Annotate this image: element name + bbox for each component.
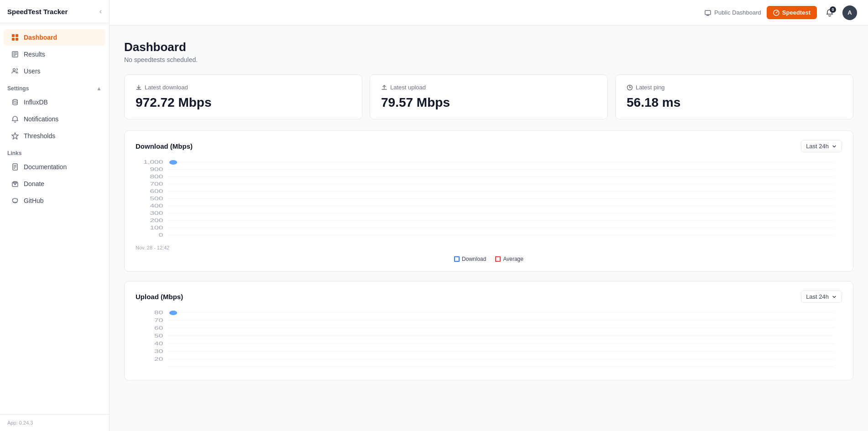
upload-chart-svg: 80 70 60 50 40 30 20 [136,310,842,369]
download-icon [136,84,142,91]
stats-grid: Latest download 972.72 Mbps Latest uploa… [124,74,853,119]
users-icon [11,67,19,75]
svg-rect-1 [16,34,18,37]
results-label: Results [24,51,45,58]
influxdb-label: InfluxDB [24,99,48,106]
settings-section-header: Settings ▲ [0,80,109,93]
sidebar-item-dashboard[interactable]: Dashboard [4,29,105,46]
upload-chart-card: Upload (Mbps) Last 24h [124,281,853,380]
svg-text:700: 700 [150,182,163,187]
svg-rect-3 [16,38,18,41]
github-label: GitHub [24,197,44,204]
svg-text:100: 100 [150,225,163,230]
documentation-icon [11,163,19,171]
page-subtitle: No speedtests scheduled. [124,56,853,63]
sidebar-item-influxdb[interactable]: InfluxDB [4,94,105,110]
svg-point-9 [13,99,17,101]
github-icon [11,197,19,205]
sidebar-nav: Dashboard Results [0,23,109,414]
upload-stat-card: Latest upload 79.57 Mbps [370,74,608,119]
svg-text:60: 60 [154,326,163,331]
app-logo: SpeedTest Tracker [7,8,68,16]
notifications-bell[interactable]: 0 [822,5,837,20]
upload-period-selector[interactable]: Last 24h [801,291,842,303]
upload-chevron-down-icon [831,294,837,300]
speedtest-icon [773,10,779,16]
sidebar-item-donate[interactable]: Donate [4,176,105,192]
sidebar-item-thresholds[interactable]: Thresholds [4,128,105,144]
page-title: Dashboard [124,40,853,54]
legend-download: Download [454,256,486,262]
svg-text:30: 30 [154,349,163,354]
download-stat-card: Latest download 972.72 Mbps [124,74,362,119]
sidebar-header: SpeedTest Tracker ‹ [0,0,109,23]
svg-rect-0 [12,34,15,37]
upload-stat-label: Latest upload [381,84,596,91]
download-chart-area: 1,000 900 800 700 600 500 400 300 200 10… [136,160,842,262]
speedtest-button[interactable]: Speedtest [767,6,817,19]
user-avatar[interactable]: A [842,5,857,20]
svg-text:50: 50 [154,333,163,338]
download-chart-timestamp: Nov. 28 - 12:42 [136,245,842,250]
notification-badge: 0 [830,6,836,13]
legend-average-box [495,256,501,262]
download-chart-card: Download (Mbps) Last 24h [124,130,853,272]
sidebar: SpeedTest Tracker ‹ Dashboard [0,0,110,431]
public-dashboard-icon [704,9,711,16]
download-stat-value: 972.72 Mbps [136,95,351,110]
thresholds-icon [11,132,19,140]
donate-icon [11,180,19,188]
sidebar-item-results[interactable]: Results [4,46,105,62]
svg-text:80: 80 [154,310,163,315]
sidebar-item-documentation[interactable]: Documentation [4,159,105,175]
dashboard-icon [11,33,19,42]
ping-icon [627,84,633,91]
legend-download-box [454,256,460,262]
upload-chart-title: Upload (Mbps) [136,293,183,301]
svg-point-22 [776,12,777,13]
results-icon [11,50,19,58]
topbar: Public Dashboard Speedtest 0 A [110,0,868,26]
thresholds-label: Thresholds [24,132,55,140]
svg-text:200: 200 [150,218,163,223]
download-chart-svg: 1,000 900 800 700 600 500 400 300 200 10… [136,160,842,242]
notifications-icon [11,115,19,123]
download-stat-label: Latest download [136,84,351,91]
notifications-label: Notifications [24,115,58,123]
settings-chevron-icon: ▲ [96,85,102,92]
upload-icon [381,84,387,91]
svg-rect-18 [705,10,711,15]
svg-text:0: 0 [159,233,163,238]
svg-text:300: 300 [150,211,163,216]
sidebar-item-notifications[interactable]: Notifications [4,111,105,127]
dashboard-label: Dashboard [24,34,57,41]
svg-point-49 [169,160,177,165]
download-chart-header: Download (Mbps) Last 24h [136,140,842,152]
main-content: Dashboard No speedtests scheduled. Lates… [110,26,868,431]
donate-label: Donate [24,180,44,187]
influxdb-icon [11,98,19,106]
links-section-header: Links [0,145,109,158]
svg-text:400: 400 [150,203,163,208]
svg-text:800: 800 [150,174,163,179]
svg-rect-2 [12,38,15,41]
sidebar-item-users[interactable]: Users [4,63,105,79]
svg-text:500: 500 [150,196,163,201]
svg-point-8 [13,69,16,71]
download-period-selector[interactable]: Last 24h [801,140,842,152]
svg-text:1,000: 1,000 [143,160,163,165]
svg-text:20: 20 [154,357,163,362]
ping-stat-card: Latest ping 56.18 ms [615,74,853,119]
upload-stat-value: 79.57 Mbps [381,95,596,110]
download-chart-title: Download (Mbps) [136,142,193,150]
svg-text:600: 600 [150,189,163,194]
legend-average: Average [495,256,523,262]
chevron-down-icon [831,144,837,149]
download-chart-legend: Download Average [136,256,842,262]
sidebar-collapse-button[interactable]: ‹ [99,7,102,16]
public-dashboard-link[interactable]: Public Dashboard [704,9,761,16]
svg-text:70: 70 [154,318,163,323]
sidebar-item-github[interactable]: GitHub [4,192,105,209]
users-label: Users [24,68,41,75]
upload-chart-area: 80 70 60 50 40 30 20 [136,310,842,371]
